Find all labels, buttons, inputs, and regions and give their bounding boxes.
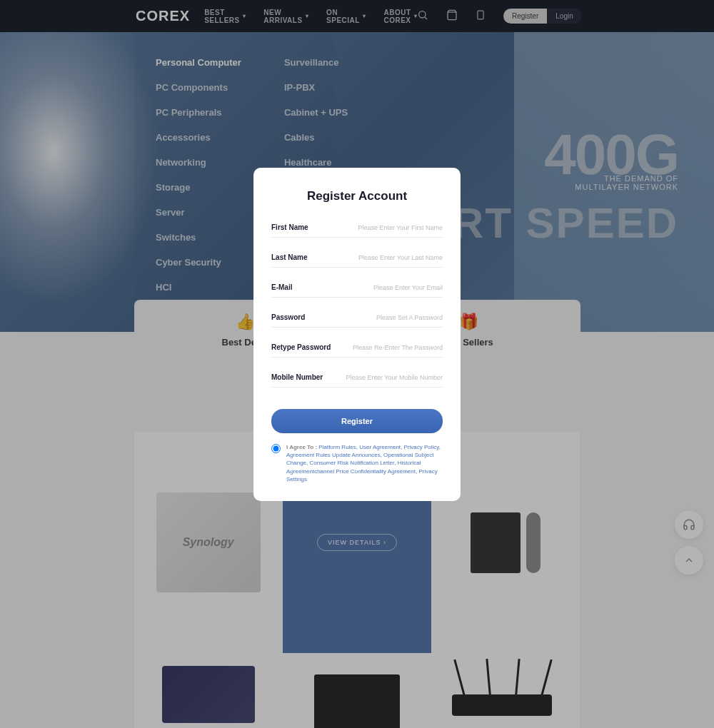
first-name-input[interactable] (343, 224, 443, 231)
password-input[interactable] (343, 314, 443, 321)
email-input[interactable] (343, 284, 443, 291)
field-label: E-Mail (271, 283, 292, 291)
field-email: E-Mail (271, 283, 443, 298)
register-submit-button[interactable]: Register (271, 409, 443, 433)
last-name-input[interactable] (343, 254, 443, 261)
mobile-input[interactable] (343, 374, 443, 381)
agree-row: I Agree To : Platform Rules, User Agreem… (271, 443, 443, 483)
agree-radio[interactable] (271, 444, 281, 453)
register-modal: Register Account First Name Last Name E-… (253, 168, 461, 501)
field-label: Mobile Number (271, 373, 323, 381)
agree-text: I Agree To : Platform Rules, User Agreem… (286, 443, 443, 483)
field-mobile: Mobile Number (271, 373, 443, 388)
field-retype-password: Retype Password (271, 343, 443, 358)
modal-title: Register Account (271, 189, 443, 203)
field-password: Password (271, 313, 443, 328)
field-label: Password (271, 313, 305, 321)
retype-password-input[interactable] (343, 344, 443, 351)
field-label: Last Name (271, 253, 308, 261)
field-first-name: First Name (271, 223, 443, 238)
field-label: First Name (271, 223, 308, 231)
field-label: Retype Password (271, 343, 331, 351)
field-last-name: Last Name (271, 253, 443, 268)
